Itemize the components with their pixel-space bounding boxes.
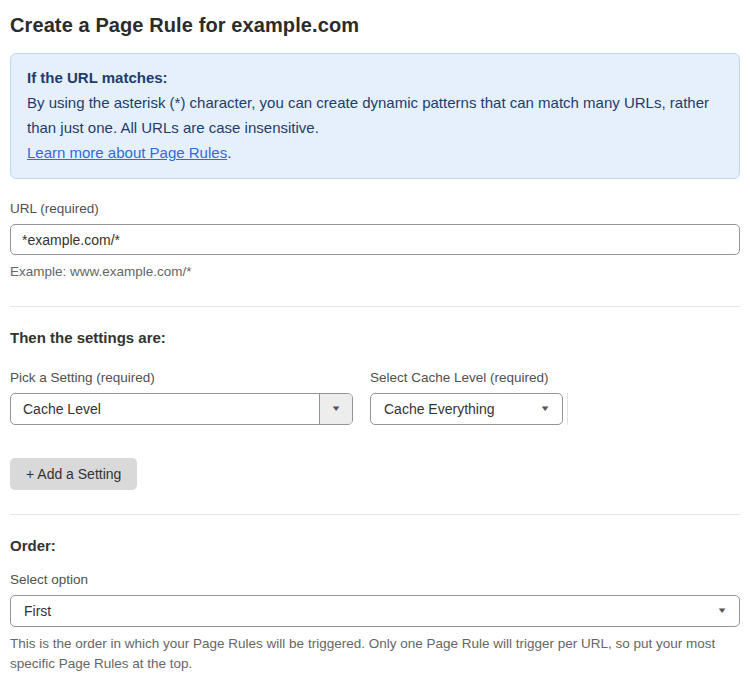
info-box-link-line: Learn more about Page Rules. <box>27 140 723 165</box>
learn-more-link[interactable]: Learn more about Page Rules <box>27 144 227 161</box>
url-input[interactable] <box>10 224 740 255</box>
order-helper-text: This is the order in which your Page Rul… <box>10 634 740 674</box>
setting-select-caret-button[interactable]: ▼ <box>319 394 352 424</box>
order-select-label: Select option <box>10 572 740 587</box>
divider <box>10 514 740 515</box>
vertical-divider <box>567 393 568 425</box>
url-helper-text: Example: www.example.com/* <box>10 262 740 282</box>
caret-down-icon: ▼ <box>539 405 550 413</box>
url-field-label: URL (required) <box>10 201 740 216</box>
caret-down-icon: ▼ <box>330 405 341 413</box>
setting-select[interactable]: Cache Level ▼ <box>10 393 353 425</box>
info-box-heading: If the URL matches: <box>27 65 723 90</box>
settings-section: Then the settings are: Pick a Setting (r… <box>10 329 740 490</box>
cache-level-row: Cache Everything ▼ <box>370 393 568 425</box>
settings-row: Pick a Setting (required) Cache Level ▼ … <box>10 370 740 425</box>
order-select[interactable]: First ▼ <box>10 595 740 627</box>
pick-setting-label: Pick a Setting (required) <box>10 370 353 385</box>
order-section-heading: Order: <box>10 537 740 554</box>
add-setting-button[interactable]: + Add a Setting <box>10 458 137 490</box>
pick-setting-group: Pick a Setting (required) Cache Level ▼ <box>10 370 353 425</box>
cache-level-group: Select Cache Level (required) Cache Ever… <box>370 370 568 425</box>
cache-level-select[interactable]: Cache Everything ▼ <box>370 393 563 425</box>
cache-level-select-value: Cache Everything <box>384 401 495 417</box>
cache-level-label: Select Cache Level (required) <box>370 370 568 385</box>
info-box-body: By using the asterisk (*) character, you… <box>27 90 723 140</box>
link-suffix: . <box>227 144 231 161</box>
page-title: Create a Page Rule for example.com <box>10 14 740 37</box>
divider <box>10 306 740 307</box>
order-select-value: First <box>24 603 51 619</box>
order-section: Order: Select option First ▼ This is the… <box>10 537 740 674</box>
url-matches-info-box: If the URL matches: By using the asteris… <box>10 53 740 179</box>
url-field-group: URL (required) Example: www.example.com/… <box>10 201 740 282</box>
setting-select-value: Cache Level <box>11 394 319 424</box>
settings-section-heading: Then the settings are: <box>10 329 740 346</box>
caret-down-icon: ▼ <box>716 607 727 615</box>
